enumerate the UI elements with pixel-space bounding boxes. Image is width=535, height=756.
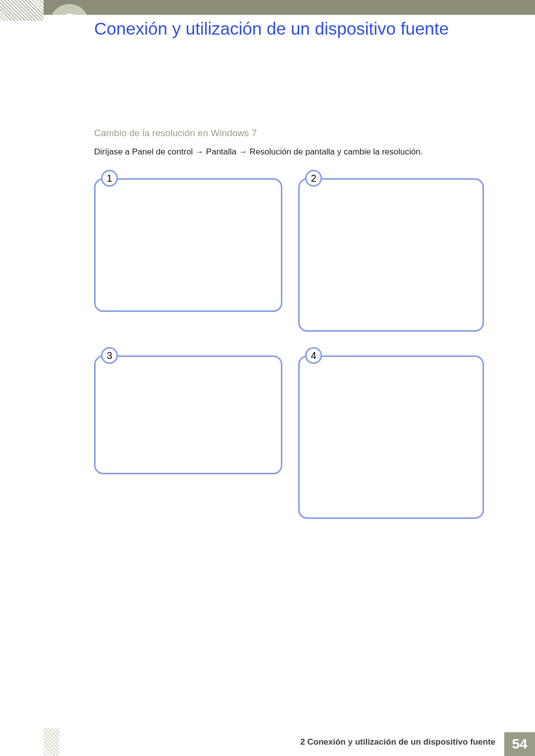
- badge-connector-line: [322, 178, 337, 180]
- section-subtitle: Cambio de la resolución en Windows 7: [94, 128, 481, 139]
- instruction-part-2: Pantalla: [206, 147, 239, 156]
- page-footer: 2 Conexión y utilización de un dispositi…: [0, 728, 535, 756]
- figure-placeholder-1: [94, 178, 282, 312]
- figure-badge: 4: [305, 347, 322, 364]
- content-area: Cambio de la resolución en Windows 7 Dir…: [94, 128, 481, 158]
- footer-page-holder: 54: [504, 728, 535, 756]
- figure-placeholder-2: [298, 178, 484, 332]
- figure-badge: 2: [305, 170, 322, 187]
- figure-number: 4: [311, 350, 316, 361]
- figures-grid: 1 2 3 4: [94, 178, 481, 543]
- instruction-part-3: Resolución de pantalla y cambie la resol…: [250, 147, 423, 156]
- figure-badge: 3: [101, 347, 118, 364]
- figure-row: 1 2: [94, 178, 481, 332]
- footer-page-number: 54: [504, 732, 535, 756]
- footer-label: 2 Conexión y utilización de un dispositi…: [300, 728, 504, 756]
- badge-connector-line: [322, 355, 337, 357]
- figure-cell-4: 4: [298, 355, 484, 519]
- figure-placeholder-3: [94, 355, 282, 474]
- arrow-icon: →: [195, 147, 204, 156]
- figure-placeholder-4: [298, 355, 484, 519]
- instruction-part-1: Diríjase a Panel de control: [94, 147, 195, 156]
- hatch-strip-decoration: [0, 0, 44, 21]
- figure-number: 3: [107, 350, 112, 361]
- figure-cell-3: 3: [94, 355, 282, 519]
- figure-cell-1: 1: [94, 178, 282, 332]
- figure-row: 3 4: [94, 355, 481, 519]
- footer-hatch-decoration: [44, 728, 59, 756]
- chapter-title: Conexión y utilización de un dispositivo…: [94, 18, 495, 40]
- badge-connector-line: [118, 178, 133, 180]
- arrow-icon: →: [239, 147, 247, 156]
- figure-number: 2: [311, 173, 316, 184]
- figure-number: 1: [107, 173, 112, 184]
- instruction-text: Diríjase a Panel de control → Pantalla →…: [94, 146, 481, 158]
- figure-cell-2: 2: [298, 178, 484, 332]
- figure-badge: 1: [101, 170, 118, 187]
- badge-connector-line: [118, 355, 133, 357]
